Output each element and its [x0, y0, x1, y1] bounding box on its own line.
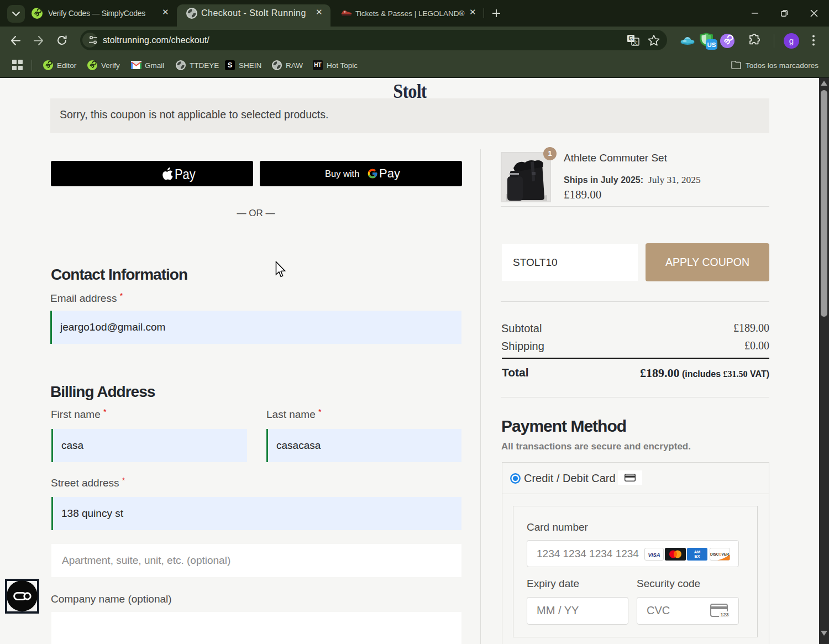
svg-text:DISCOVER: DISCOVER: [710, 552, 729, 556]
svg-text:VISA: VISA: [648, 552, 660, 558]
svg-text:文: 文: [633, 40, 638, 45]
svg-text:EX: EX: [694, 554, 700, 559]
svg-text:123: 123: [720, 612, 728, 617]
svg-text:US: US: [707, 41, 716, 48]
